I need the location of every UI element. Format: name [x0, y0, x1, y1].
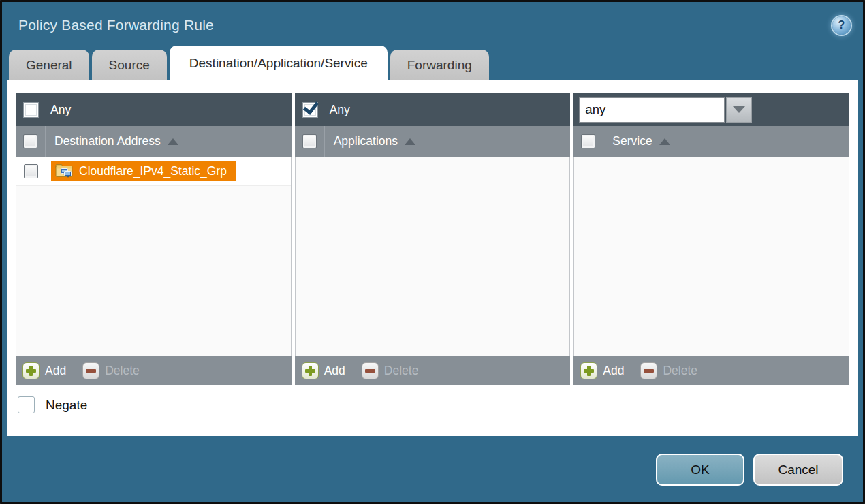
ok-button[interactable]: OK [656, 454, 744, 486]
service-mode-bar: any [573, 93, 849, 126]
help-icon[interactable]: ? [832, 16, 851, 35]
destination-select-all-checkbox[interactable] [23, 134, 37, 148]
service-footer-bar: Add Delete [573, 356, 849, 385]
address-group-icon [55, 163, 74, 178]
applications-header-label: Applications [334, 134, 398, 148]
applications-list [295, 157, 571, 356]
applications-column: Any Applications Add [295, 93, 571, 385]
delete-service-button[interactable]: Delete [640, 362, 697, 379]
minus-icon [640, 362, 657, 379]
dialog-action-bar: OK Cancel [2, 436, 863, 486]
applications-any-bar: Any [295, 93, 571, 126]
tab-destination-application-service[interactable]: Destination/Application/Service [170, 46, 388, 80]
selected-address-entry[interactable]: Cloudflare_IPv4_Static_Grp [51, 161, 236, 181]
plus-icon [580, 362, 597, 379]
tab-bar: General Source Destination/Application/S… [2, 44, 863, 80]
destination-address-column: Any Destination Address [16, 93, 292, 385]
service-list [573, 157, 849, 356]
title-bar: Policy Based Forwarding Rule ? [2, 2, 863, 44]
minus-icon [362, 362, 379, 379]
service-mode-value[interactable]: any [579, 97, 725, 123]
negate-checkbox[interactable] [18, 396, 35, 413]
table-row[interactable]: Cloudflare_IPv4_Static_Grp [16, 157, 291, 186]
negate-label: Negate [46, 398, 87, 413]
destination-any-checkbox[interactable] [23, 102, 39, 118]
delete-application-button[interactable]: Delete [362, 362, 419, 379]
applications-any-label: Any [330, 103, 350, 117]
plus-icon [22, 362, 40, 379]
tab-source[interactable]: Source [92, 50, 167, 80]
destination-address-header-label: Destination Address [54, 134, 161, 148]
cancel-button[interactable]: Cancel [753, 454, 843, 486]
service-mode-dropdown[interactable]: any [579, 97, 752, 123]
tab-content-panel: Any Destination Address [7, 80, 858, 436]
add-service-button[interactable]: Add [580, 362, 624, 379]
plus-icon [302, 362, 319, 379]
columns-container: Any Destination Address [7, 80, 858, 385]
negate-row: Negate [7, 385, 858, 413]
add-destination-button[interactable]: Add [22, 362, 66, 379]
dialog-title: Policy Based Forwarding Rule [18, 17, 214, 33]
row-checkbox[interactable] [24, 164, 38, 178]
tab-forwarding[interactable]: Forwarding [390, 50, 489, 80]
applications-header[interactable]: Applications [295, 126, 571, 157]
tab-general[interactable]: General [9, 50, 89, 80]
help-glyph: ? [838, 19, 845, 31]
pbf-rule-dialog: Policy Based Forwarding Rule ? General S… [0, 0, 865, 504]
service-header-label: Service [612, 134, 652, 148]
service-header[interactable]: Service [573, 126, 849, 157]
applications-footer-bar: Add Delete [295, 356, 571, 385]
destination-any-bar: Any [16, 93, 292, 126]
destination-footer-bar: Add Delete [16, 356, 292, 385]
add-application-button[interactable]: Add [302, 362, 345, 379]
destination-address-header[interactable]: Destination Address [16, 126, 292, 157]
applications-any-checkbox[interactable] [302, 102, 318, 118]
address-entry-label: Cloudflare_IPv4_Static_Grp [79, 164, 227, 178]
dropdown-button[interactable] [726, 97, 752, 123]
service-select-all-checkbox[interactable] [581, 134, 595, 148]
minus-icon [82, 362, 99, 379]
chevron-down-icon [733, 106, 745, 113]
sort-asc-icon [405, 138, 415, 145]
delete-destination-button[interactable]: Delete [82, 362, 140, 379]
service-column: any Service [573, 93, 849, 385]
destination-address-list: Cloudflare_IPv4_Static_Grp [16, 157, 292, 356]
sort-asc-icon [168, 138, 178, 145]
destination-any-label: Any [50, 103, 71, 117]
sort-asc-icon [659, 138, 670, 145]
applications-select-all-checkbox[interactable] [302, 134, 317, 148]
